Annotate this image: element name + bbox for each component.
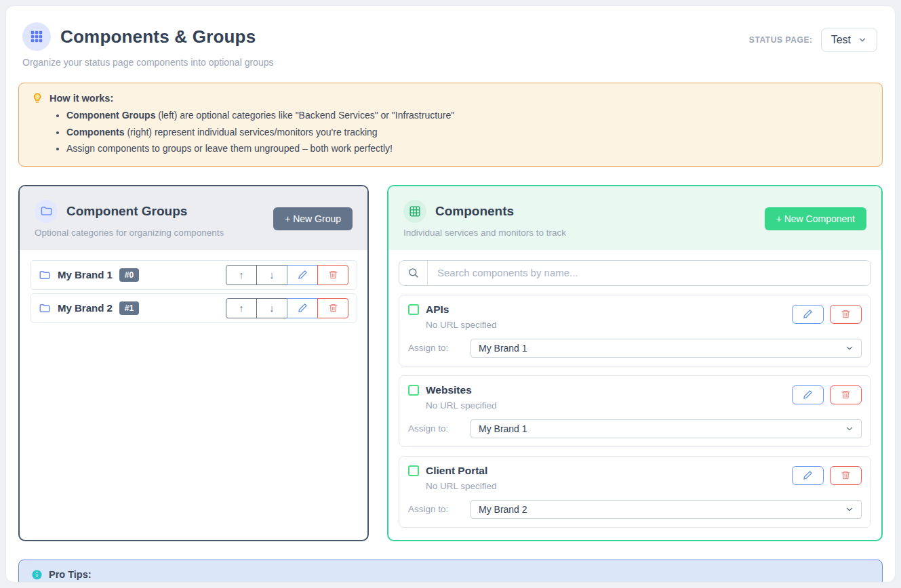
delete-group-button[interactable] <box>317 298 348 318</box>
groups-panel-subtitle: Optional categories for organizing compo… <box>35 228 224 238</box>
edit-component-button[interactable] <box>792 385 824 404</box>
search-icon <box>399 261 428 285</box>
edit-group-button[interactable] <box>287 265 318 285</box>
component-name: Client Portal <box>426 465 487 477</box>
group-name: My Brand 1 <box>58 269 113 280</box>
pro-tips-box: Pro Tips: Use groups like "Backend", "Fr… <box>18 560 883 583</box>
trash-icon <box>841 390 851 400</box>
delete-component-button[interactable] <box>830 466 862 485</box>
components-panel-title: Components <box>435 204 514 219</box>
groups-panel-title: Component Groups <box>66 204 187 219</box>
info-icon <box>31 569 43 581</box>
assign-group-select[interactable]: My Brand 2 <box>470 500 862 519</box>
pencil-icon <box>803 470 813 480</box>
move-down-button[interactable]: ↓ <box>256 265 287 285</box>
assign-to-label: Assign to: <box>408 343 470 353</box>
component-checkbox[interactable] <box>408 465 419 476</box>
search-input[interactable] <box>428 261 870 285</box>
move-down-button[interactable]: ↓ <box>256 298 287 318</box>
trash-icon <box>841 309 851 319</box>
status-page-label: STATUS PAGE: <box>749 35 813 45</box>
delete-group-button[interactable] <box>317 265 348 285</box>
folder-icon <box>39 302 51 314</box>
assign-to-label: Assign to: <box>408 504 470 514</box>
chevron-down-icon <box>845 424 854 434</box>
how-it-works-list: Component Groups (left) are optional cat… <box>31 109 870 156</box>
pro-tips-title: Pro Tips: <box>49 569 92 580</box>
assigned-group-value: My Brand 1 <box>479 423 527 434</box>
components-grid-icon <box>22 22 51 51</box>
delete-component-button[interactable] <box>830 305 862 324</box>
page-title: Components & Groups <box>60 26 256 47</box>
trash-icon <box>328 303 338 313</box>
trash-icon <box>841 470 851 480</box>
chevron-down-icon <box>858 35 867 45</box>
trash-icon <box>328 270 338 280</box>
pencil-icon <box>803 309 813 319</box>
component-search-bar <box>399 260 871 286</box>
pencil-icon <box>298 270 308 280</box>
table-grid-icon <box>403 200 426 223</box>
status-page-value: Test <box>831 34 851 46</box>
move-up-button[interactable]: ↑ <box>226 298 257 318</box>
component-row: APIs No URL specified <box>399 295 871 366</box>
page-subtitle: Organize your status page components int… <box>22 57 273 68</box>
how-it-works-box: How it works: Component Groups (left) ar… <box>18 83 883 167</box>
how-it-works-item: Components (right) represent individual … <box>66 126 870 140</box>
group-order-badge: #1 <box>119 301 139 315</box>
components-panel: Components Individual services and monit… <box>387 185 883 541</box>
how-it-works-item: Assign components to groups or leave the… <box>66 142 870 156</box>
component-row: Websites No URL specified <box>399 375 871 447</box>
main-card: Components & Groups Organize your status… <box>5 5 896 583</box>
lightbulb-icon <box>31 92 43 104</box>
new-group-button[interactable]: + New Group <box>273 207 353 230</box>
how-it-works-item: Component Groups (left) are optional cat… <box>66 109 870 123</box>
pencil-icon <box>803 390 813 400</box>
pencil-icon <box>298 303 308 313</box>
how-it-works-title: How it works: <box>49 93 113 104</box>
component-name: APIs <box>426 303 449 316</box>
group-order-badge: #0 <box>119 268 139 282</box>
folder-icon <box>39 269 51 281</box>
assign-to-label: Assign to: <box>408 423 470 434</box>
new-component-button[interactable]: + New Component <box>765 207 866 230</box>
component-groups-panel: Component Groups Optional categories for… <box>18 185 369 541</box>
status-page-selector[interactable]: Test <box>821 28 877 52</box>
folder-icon <box>35 200 58 223</box>
move-up-button[interactable]: ↑ <box>226 265 257 285</box>
edit-component-button[interactable] <box>792 466 824 485</box>
component-row: Client Portal No URL specified <box>399 456 871 528</box>
chevron-down-icon <box>845 505 854 514</box>
group-row: My Brand 2 #1 ↑ ↓ <box>30 293 357 323</box>
assigned-group-value: My Brand 2 <box>479 504 527 515</box>
component-checkbox[interactable] <box>408 304 419 315</box>
component-url-status: No URL specified <box>426 481 497 491</box>
component-checkbox[interactable] <box>408 385 419 396</box>
assigned-group-value: My Brand 1 <box>479 343 527 354</box>
component-name: Websites <box>426 384 472 396</box>
assign-group-select[interactable]: My Brand 1 <box>470 339 862 358</box>
component-url-status: No URL specified <box>426 400 497 411</box>
group-row: My Brand 1 #0 ↑ ↓ <box>30 260 357 290</box>
edit-component-button[interactable] <box>792 305 824 324</box>
components-panel-subtitle: Individual services and monitors to trac… <box>403 228 566 238</box>
chevron-down-icon <box>845 343 854 353</box>
edit-group-button[interactable] <box>287 298 318 318</box>
page-header: Components & Groups Organize your status… <box>18 18 883 68</box>
delete-component-button[interactable] <box>830 385 862 404</box>
component-url-status: No URL specified <box>426 320 497 330</box>
group-name: My Brand 2 <box>58 302 113 314</box>
assign-group-select[interactable]: My Brand 1 <box>470 419 862 438</box>
